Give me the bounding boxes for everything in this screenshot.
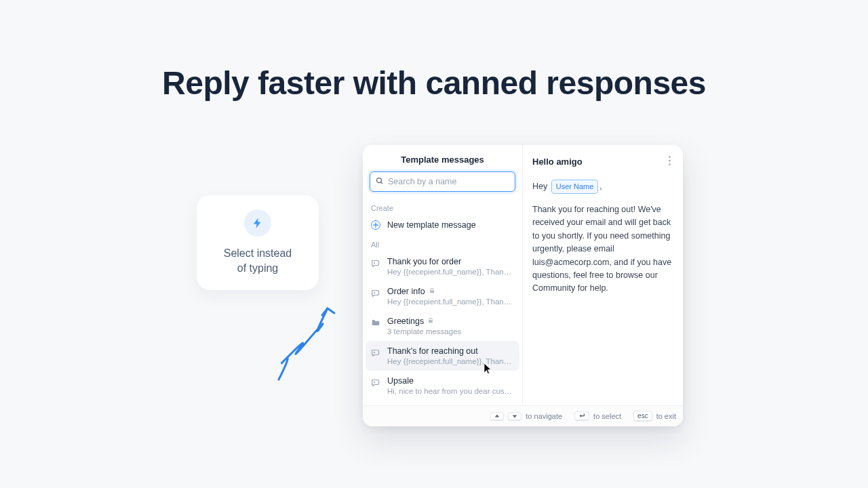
lock-icon bbox=[429, 287, 435, 296]
esc-key: esc bbox=[633, 411, 652, 422]
arrow-up-key-icon bbox=[490, 412, 504, 421]
template-subtitle: Hey {{recepient.full_name}}, Thank yo...… bbox=[387, 357, 514, 365]
template-item[interactable]: Order info Hey {{recepient.full_name}}, … bbox=[363, 281, 522, 311]
reply-icon bbox=[371, 346, 380, 365]
folder-icon bbox=[371, 317, 380, 336]
template-title: Upsale bbox=[387, 376, 414, 386]
svg-point-2 bbox=[669, 160, 671, 162]
left-column-header: Template messages bbox=[363, 145, 522, 171]
reply-icon bbox=[371, 376, 380, 395]
preview-column: Hello amigo Hey User Name, Thank you for… bbox=[523, 145, 683, 405]
new-template-button[interactable]: New template message bbox=[363, 215, 522, 235]
footer-exit-label: to exit bbox=[656, 412, 676, 420]
template-item-selected[interactable]: Thank's for reaching out Hey {{recepient… bbox=[366, 341, 519, 371]
template-title: Thank's for reaching out bbox=[387, 346, 478, 356]
section-label-all: All bbox=[363, 235, 522, 251]
more-options-button[interactable] bbox=[666, 155, 673, 169]
variable-chip: User Name bbox=[551, 180, 599, 194]
search-input[interactable] bbox=[388, 177, 509, 186]
plus-circle-icon bbox=[371, 220, 380, 230]
reply-icon bbox=[371, 257, 380, 276]
template-panel: Template messages Create New template me… bbox=[363, 145, 683, 426]
feature-text: Select instead of typing bbox=[224, 246, 292, 275]
template-item[interactable]: Thank you for order Hey {{recepient.full… bbox=[363, 251, 522, 281]
arrow-down-key-icon bbox=[508, 412, 521, 421]
svg-point-1 bbox=[669, 156, 671, 158]
footer-select-label: to select bbox=[593, 412, 621, 420]
template-subtitle: Hey {{recepient.full_name}}, Thank you f… bbox=[387, 298, 514, 306]
preview-body: Hey User Name, Thank you for reaching ou… bbox=[523, 174, 683, 301]
reply-icon bbox=[371, 287, 380, 306]
bolt-icon bbox=[244, 209, 271, 237]
template-title: Greetings bbox=[387, 317, 424, 326]
template-subtitle: Hey {{recepient.full_name}}, Thank you f… bbox=[387, 268, 514, 276]
section-label-create: Create bbox=[363, 199, 522, 215]
lock-icon bbox=[427, 317, 434, 326]
template-subtitle: Hi, nice to hear from you dear customer,… bbox=[387, 387, 514, 395]
footer-navigate-label: to navigate bbox=[526, 412, 562, 420]
svg-point-0 bbox=[377, 178, 382, 183]
new-template-label: New template message bbox=[387, 220, 476, 230]
preview-title: Hello amigo bbox=[532, 157, 583, 167]
template-subtitle: 3 template messages bbox=[387, 327, 514, 336]
template-item[interactable]: Upsale Hi, nice to hear from you dear cu… bbox=[363, 371, 522, 401]
search-input-wrap[interactable] bbox=[370, 171, 515, 192]
template-folder-item[interactable]: Greetings 3 template messages bbox=[363, 311, 522, 341]
template-title: Order info bbox=[387, 287, 425, 296]
page-title: Reply faster with canned responses bbox=[0, 0, 868, 102]
svg-point-3 bbox=[669, 163, 671, 165]
template-title: Thank you for order bbox=[387, 257, 461, 266]
arrow-doodle-icon bbox=[272, 291, 347, 386]
search-icon bbox=[376, 176, 384, 188]
template-list-column: Template messages Create New template me… bbox=[363, 145, 523, 405]
panel-footer: to navigate to select esc to exit bbox=[363, 405, 683, 426]
feature-card: Select instead of typing bbox=[197, 195, 319, 290]
enter-key-icon bbox=[574, 411, 589, 421]
